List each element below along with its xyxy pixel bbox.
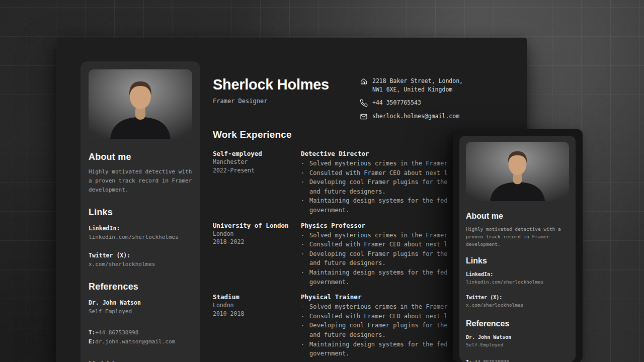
phone-label: T: (466, 359, 471, 362)
bullet-text: Maintaining design systems for the fed g… (309, 268, 448, 287)
mini-resume-card: About me Highly motivated detective with… (453, 129, 583, 362)
bullet-marker: · (301, 231, 309, 240)
contact-phone-row: +44 3507765543 (360, 99, 521, 107)
job-location: London (213, 230, 301, 238)
bullet-item: ·Developing cool Framer plugins for the … (301, 321, 448, 339)
about-heading: About me (466, 211, 569, 221)
mail-icon (360, 113, 368, 121)
contact-address-row: 2218 Baker Street, London, NW1 6XE, Unit… (360, 77, 521, 94)
link-label: Twitter (X): (89, 251, 192, 260)
job-meta-column: Self-employed Manchester 2022-Present (213, 149, 301, 215)
email-label: E: (89, 338, 95, 345)
bullet-text: Solved mysterious crimes in the Framer (309, 159, 448, 168)
bullet-item: ·Consulted with Framer CEO about next l (301, 168, 448, 178)
bullet-text: Solved mysterious crimes in the Framer (309, 231, 448, 240)
about-heading: About me (89, 151, 192, 162)
phone-value: +44 867530998 (471, 359, 509, 362)
job-company: Self-employed (213, 149, 301, 158)
link-value[interactable]: x.com/sherlockholmes (89, 260, 192, 269)
reference-phone-row: T:+44 867530998 (466, 358, 569, 362)
bullet-item: -Solved mysterious crimes in the Framer (301, 302, 448, 312)
reference-name: Dr. John Watson (89, 298, 192, 307)
person-portrait-illustration (466, 142, 569, 201)
contact-address: 2218 Baker Street, London, NW1 6XE, Unit… (372, 77, 463, 94)
link-item-twitter: Twitter (X): x.com/sherlockholmes (466, 294, 569, 309)
bullet-marker: · (301, 321, 309, 339)
person-portrait-illustration (89, 69, 192, 139)
bullet-text: Consulted with Framer CEO about next l (309, 312, 448, 321)
bullet-marker: · (301, 196, 309, 215)
contact-phone[interactable]: +44 3507765543 (372, 99, 421, 107)
bullet-item: ·Consulted with Framer CEO about next l (301, 240, 448, 249)
bullet-marker: · (301, 159, 309, 168)
sidebar-card: About me Highly motivated detective with… (80, 61, 200, 362)
bullet-item: ·Solved mysterious crimes in the Framer (301, 159, 448, 168)
job-period: 2022-Present (213, 166, 301, 175)
link-item-linkedin: LinkedIn: linkedin.com/sherlockholmes (89, 224, 192, 242)
job-role: Physics Professor (301, 221, 448, 230)
bullet-text: Consulted with Framer CEO about next l (309, 240, 448, 249)
job-role: Detective Director (301, 149, 448, 158)
bullet-marker: · (301, 312, 309, 321)
bullet-marker: · (301, 268, 309, 287)
profile-photo (89, 69, 192, 139)
reference-contact: T:+44 867530998 E:dr.john.watson@gmail.c… (89, 328, 192, 346)
bullet-text: Consulted with Framer CEO about next l (309, 168, 448, 178)
link-value[interactable]: linkedin.com/sherlockholmes (466, 278, 569, 286)
job-meta-column: Stadium London 2010-2018 (213, 293, 301, 358)
job-company: Stadium (213, 293, 301, 301)
job-location: Manchester (213, 158, 301, 166)
bullet-text: Maintaining design systems for the fed g… (309, 340, 448, 358)
bullet-text: Developing cool Framer plugins for the a… (309, 249, 448, 268)
bullet-item: ·Consulted with Framer CEO about next l (301, 312, 448, 321)
job-detail-column: Physical Trainer -Solved mysterious crim… (301, 293, 448, 358)
bullet-item: ·Maintaining design systems for the fed … (301, 340, 448, 358)
phone-icon (360, 99, 368, 107)
bullet-text: Developing cool Framer plugins for the a… (309, 177, 448, 196)
bullet-text: Developing cool Framer plugins for the a… (309, 321, 448, 339)
bullet-marker: · (301, 249, 309, 268)
bullet-item: ·Maintaining design systems for the fed … (301, 268, 448, 287)
bullet-item: ·Developing cool Framer plugins for the … (301, 249, 448, 268)
mini-sidebar-card: About me Highly motivated detective with… (459, 136, 576, 362)
reference-company: Self-Employed (89, 307, 192, 316)
job-detail-column: Physics Professor ·Solved mysterious cri… (301, 221, 448, 287)
job-company: University of London (213, 221, 301, 230)
bullet-item: ·Solved mysterious crimes in the Framer (301, 231, 448, 240)
reference-email-row: E:dr.john.watson@gmail.com (89, 337, 192, 346)
references-heading: References (89, 281, 192, 292)
job-period: 2018-2022 (213, 238, 301, 246)
email-value[interactable]: dr.john.watson@gmail.com (95, 338, 175, 345)
link-item-linkedin: LinkedIn: linkedin.com/sherlockholmes (466, 270, 569, 286)
job-meta-column: University of London London 2018-2022 (213, 221, 301, 287)
bullet-marker: - (301, 302, 309, 312)
home-icon (360, 77, 368, 85)
mini-profile-photo (466, 142, 569, 201)
reference-person: Dr. John Watson Self-Employed (89, 298, 192, 316)
link-value[interactable]: linkedin.com/sherlockholmes (89, 233, 192, 242)
reference-company: Self-Employed (466, 341, 569, 348)
bullet-item: ·Maintaining design systems for the fed … (301, 196, 448, 215)
about-text: Highly motivated detective with a proven… (89, 167, 192, 195)
phone-value: +44 867530998 (95, 329, 138, 336)
link-value[interactable]: x.com/sherlockholmes (466, 301, 569, 309)
hobbies-heading: Hobbies (89, 359, 192, 362)
link-label: Twitter (X): (466, 294, 569, 301)
reference-name: Dr. John Watson (466, 333, 569, 341)
bullet-marker: · (301, 240, 309, 249)
reference-person: Dr. John Watson Self-Employed (466, 333, 569, 348)
contact-email[interactable]: sherlock.holmes@gmail.com (372, 112, 459, 121)
contact-block: 2218 Baker Street, London, NW1 6XE, Unit… (360, 77, 521, 126)
bullet-item: ·Developing cool Framer plugins for the … (301, 177, 448, 196)
link-label: LinkedIn: (89, 224, 192, 233)
reference-phone-row: T:+44 867530998 (89, 328, 192, 337)
bullet-marker: · (301, 177, 309, 196)
bullet-marker: · (301, 340, 309, 358)
job-location: London (213, 301, 301, 310)
job-detail-column: Detective Director ·Solved mysterious cr… (301, 149, 448, 215)
link-label: LinkedIn: (466, 270, 569, 278)
contact-email-row: sherlock.holmes@gmail.com (360, 112, 521, 121)
link-item-twitter: Twitter (X): x.com/sherlockholmes (89, 251, 192, 269)
references-heading: References (466, 319, 569, 328)
links-heading: Links (89, 207, 192, 218)
